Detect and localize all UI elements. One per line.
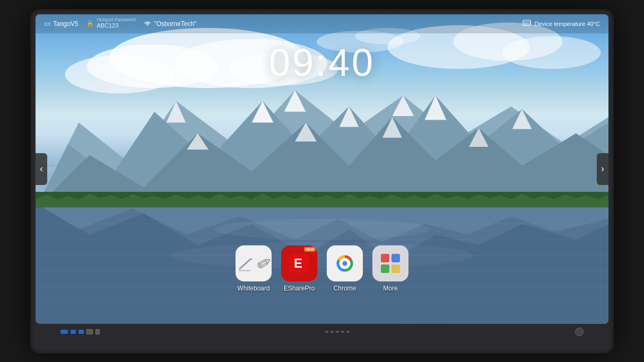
hotspot-info: Hotspot Password ABC123: [97, 17, 135, 29]
esharepro-label: ESharePro: [284, 285, 315, 292]
left-chevron-icon: ‹: [40, 163, 43, 174]
right-arrow-button[interactable]: ›: [597, 153, 608, 185]
svg-rect-56: [391, 254, 400, 262]
hotspot-password: ABC123: [97, 22, 135, 29]
led-indicator-2: [71, 330, 76, 334]
tv-bottom-bar: [50, 326, 594, 338]
esharepro-app[interactable]: NEW E ESharePro: [281, 245, 317, 292]
more-icon: [372, 245, 408, 281]
port-indicator: [86, 329, 93, 334]
chrome-label: Chrome: [334, 285, 356, 292]
more-app[interactable]: More: [372, 245, 408, 292]
port-indicator-2: [95, 329, 100, 334]
status-bar: ▭ TangoV5 🔒 Hotspot Password ABC123: [36, 14, 608, 33]
hotspot-item: 🔒 Hotspot Password ABC123: [86, 17, 135, 29]
whiteboard-app[interactable]: Whiteboard: [236, 245, 272, 292]
svg-rect-54: [372, 245, 408, 281]
esharepro-icon: NEW E: [281, 245, 317, 281]
svg-rect-45: [239, 270, 250, 271]
temp-icon: [523, 20, 531, 28]
wifi-icon: [144, 20, 151, 28]
logo-dot-2: [330, 331, 334, 333]
chrome-icon: [327, 245, 363, 281]
chrome-app[interactable]: Chrome: [327, 245, 363, 292]
device-name-item: ▭ TangoV5: [44, 20, 78, 28]
lock-icon: 🔒: [86, 20, 94, 27]
logo-dot-5: [346, 331, 350, 333]
hotspot-label: Hotspot Password: [97, 17, 135, 22]
bottom-left-controls: [60, 329, 100, 334]
right-chevron-icon: ›: [601, 163, 604, 174]
logo-dot-4: [341, 331, 344, 333]
tv-frame: ▭ TangoV5 🔒 Hotspot Password ABC123: [30, 9, 614, 354]
status-left: ▭ TangoV5 🔒 Hotspot Password ABC123: [44, 17, 523, 29]
svg-point-36: [214, 218, 430, 240]
whiteboard-label: Whiteboard: [237, 285, 269, 292]
screen: ▭ TangoV5 🔒 Hotspot Password ABC123: [36, 14, 608, 324]
esharepro-badge: NEW: [304, 247, 316, 252]
led-indicator-1: [60, 330, 68, 334]
svg-point-7: [502, 36, 601, 69]
time-display: 09:40: [269, 41, 375, 84]
svg-rect-39: [524, 21, 529, 24]
whiteboard-icon: [236, 245, 272, 281]
mountains-svg: [36, 79, 608, 209]
power-button[interactable]: [575, 328, 584, 336]
screen-bezel: ▭ TangoV5 🔒 Hotspot Password ABC123: [36, 14, 608, 324]
device-name-text: TangoV5: [53, 20, 78, 28]
monitor-icon: ▭: [44, 20, 50, 28]
svg-rect-55: [381, 254, 389, 262]
left-arrow-button[interactable]: ‹: [36, 153, 47, 185]
status-right: Device temperature 40°C: [523, 20, 600, 28]
app-row: Whiteboard NEW E ESharePro: [236, 245, 408, 292]
clock-time: 09:40: [269, 41, 375, 84]
wifi-ssid: "OsborneTech": [154, 20, 196, 28]
temperature-text: Device temperature 40°C: [534, 21, 600, 27]
wifi-item: "OsborneTech": [144, 20, 196, 28]
svg-rect-58: [391, 264, 400, 273]
logo-dot-1: [325, 331, 328, 333]
led-indicator-3: [79, 330, 84, 334]
treeline-svg: [36, 192, 608, 207]
logo-dot-3: [336, 331, 339, 333]
svg-text:E: E: [294, 256, 302, 270]
svg-rect-57: [381, 264, 389, 273]
bottom-center-logo: [325, 331, 350, 333]
svg-point-52: [342, 261, 347, 266]
more-label: More: [383, 285, 397, 292]
